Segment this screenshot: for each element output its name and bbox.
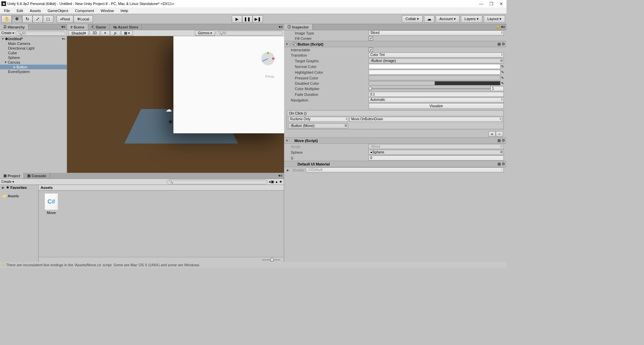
audio-button[interactable]: 🔊: [110, 30, 120, 36]
scene-tab[interactable]: # Scene: [67, 24, 88, 30]
shader-label: Shader: [292, 168, 306, 172]
menu-edit[interactable]: Edit: [14, 8, 26, 13]
project-search-input[interactable]: 🔍: [167, 180, 267, 184]
hierarchy-item-eventsystem[interactable]: EventSystem: [0, 69, 67, 74]
project-tab[interactable]: ▣ Project: [0, 173, 24, 179]
menu-gameobject[interactable]: GameObject: [45, 8, 71, 13]
pause-button[interactable]: ❚❚: [242, 15, 253, 23]
image-type-dropdown[interactable]: Sliced: [369, 30, 504, 36]
runtime-dropdown[interactable]: Runtime Only: [288, 117, 348, 122]
step-button[interactable]: ▶❚: [253, 15, 263, 23]
asset-move-script[interactable]: C# Move: [41, 193, 61, 254]
s-field[interactable]: [369, 155, 504, 160]
favorite-icon[interactable]: ★: [279, 180, 282, 184]
eyedropper-icon[interactable]: ✎: [501, 81, 504, 85]
callback-target-field[interactable]: ▫Button (Move): [288, 123, 348, 128]
local-button[interactable]: ⊕ Local: [73, 15, 93, 23]
layout-button[interactable]: Layout ▾: [484, 15, 505, 23]
hierarchy-options-icon[interactable]: ▾≡: [60, 24, 67, 30]
scale-tool-button[interactable]: ⤢: [33, 15, 43, 23]
hand-tool-button[interactable]: ✋: [1, 15, 12, 23]
project-create-button[interactable]: Create ▾: [1, 180, 14, 184]
layers-button[interactable]: Layers ▾: [461, 15, 482, 23]
hierarchy-item-button[interactable]: ▶Button: [0, 65, 67, 69]
scene-viewport[interactable]: ☁ ☀ Persp: [67, 36, 284, 173]
eyedropper-icon[interactable]: ✎: [501, 76, 504, 80]
game-tab[interactable]: ☾ Game: [88, 24, 110, 30]
sphere-field[interactable]: ●Sphere: [369, 150, 504, 155]
collab-button[interactable]: Collab ▾: [402, 15, 423, 23]
2d-button[interactable]: 2D: [90, 30, 100, 36]
lighting-button[interactable]: ☀: [101, 30, 110, 36]
visualize-button[interactable]: Visualize: [369, 103, 504, 109]
remove-event-button[interactable]: −: [496, 131, 503, 137]
restore-button[interactable]: ❐: [489, 1, 493, 6]
inspector-lock-icon[interactable]: 🔒 ▾≡: [494, 24, 506, 30]
scene-options-icon[interactable]: ▾≡: [277, 24, 284, 30]
assets-path: Assets: [39, 185, 284, 191]
scene-search-input[interactable]: 🔍All: [216, 30, 283, 35]
eyedropper-icon[interactable]: ✎: [501, 70, 504, 74]
navigation-dropdown[interactable]: Automatic: [369, 97, 504, 102]
filter-type-icon[interactable]: ●: [275, 180, 278, 184]
scene-gizmo[interactable]: [259, 50, 277, 68]
fx-button[interactable]: ▦ ▾: [121, 30, 133, 36]
hierarchy-search-input[interactable]: 🔍All: [15, 31, 65, 36]
shaded-dropdown[interactable]: Shaded ▾: [68, 30, 89, 36]
hierarchy-item-canvas[interactable]: ▼Canvas: [0, 60, 67, 65]
menu-assets[interactable]: Assets: [27, 8, 44, 13]
assets-folder[interactable]: 📁 Assets: [0, 193, 38, 198]
script-label: Script: [287, 145, 369, 149]
hierarchy-scene[interactable]: ▼◆ Untitled*▾≡: [0, 36, 67, 41]
cloud-button[interactable]: ☁: [424, 15, 434, 23]
normal-color-field[interactable]: [369, 64, 500, 69]
menu-component[interactable]: Component: [72, 8, 97, 13]
move-tool-button[interactable]: ✥: [12, 15, 22, 23]
eyedropper-icon[interactable]: ✎: [501, 65, 504, 68]
move-script-header[interactable]: ▼▫ Move (Script)▣ ⚙: [284, 137, 506, 144]
play-button[interactable]: ▶: [232, 15, 242, 23]
button-script-header[interactable]: ▼⊙ ✔Button (Script)▣ ⚙: [284, 41, 506, 47]
interactable-label: Interactable: [287, 48, 369, 52]
target-graphic-label: Target Graphic: [287, 59, 369, 63]
hierarchy-item-camera[interactable]: Main Camera: [0, 41, 67, 46]
highlighted-color-label: Highlighted Color: [287, 70, 369, 74]
rotate-tool-button[interactable]: ↻: [22, 15, 33, 23]
menu-window[interactable]: Window: [98, 8, 116, 13]
pressed-color-field[interactable]: [369, 75, 500, 80]
rect-tool-button[interactable]: ◻: [43, 15, 53, 23]
color-multiplier-value[interactable]: [490, 86, 504, 91]
console-tab[interactable]: ▣ Console: [24, 173, 50, 179]
account-button[interactable]: Account ▾: [436, 15, 460, 23]
pivot-button[interactable]: ▪ Pivot: [57, 15, 73, 23]
filter-icon[interactable]: ◂▣: [269, 180, 274, 184]
project-zoom-slider[interactable]: [39, 257, 284, 262]
inspector-tab[interactable]: ⓘ Inspector: [284, 24, 313, 30]
gizmos-dropdown[interactable]: Gizmos ▾: [195, 30, 215, 36]
fade-duration-field[interactable]: [369, 92, 504, 97]
menu-help[interactable]: Help: [118, 8, 131, 13]
color-multiplier-slider[interactable]: [369, 86, 490, 91]
hierarchy-item-light[interactable]: Directional Light: [0, 46, 67, 51]
shader-dropdown[interactable]: UI/Default: [306, 167, 504, 172]
hierarchy-create-button[interactable]: Create ▾: [1, 31, 14, 35]
callback-dropdown[interactable]: Move.OnButtonDown: [350, 117, 502, 122]
add-event-button[interactable]: +: [488, 131, 496, 137]
favorites-folder[interactable]: ▶★ Favorites: [0, 185, 38, 190]
close-button[interactable]: ✕: [499, 1, 503, 6]
minimize-button[interactable]: —: [479, 1, 483, 6]
disabled-color-field[interactable]: [369, 81, 500, 85]
interactable-checkbox[interactable]: ✔: [369, 48, 373, 52]
material-header[interactable]: Default UI Material▣ ⚙: [284, 161, 506, 167]
hierarchy-tab[interactable]: ☰ Hierarchy: [0, 24, 29, 30]
fill-center-checkbox[interactable]: ✔: [369, 36, 373, 41]
transition-dropdown[interactable]: Color Tint: [369, 53, 504, 58]
target-graphic-field[interactable]: ▫Button (Image): [369, 58, 504, 63]
assetstore-tab[interactable]: 🛍 Asset Store: [110, 24, 142, 30]
menu-file[interactable]: File: [1, 8, 13, 13]
highlighted-color-field[interactable]: [369, 70, 500, 75]
hierarchy-item-sphere[interactable]: Sphere: [0, 55, 67, 60]
hierarchy-item-cube[interactable]: Cube: [0, 51, 67, 55]
project-options-icon[interactable]: ▾≡: [277, 173, 284, 179]
navigation-label: Navigation: [287, 98, 369, 102]
